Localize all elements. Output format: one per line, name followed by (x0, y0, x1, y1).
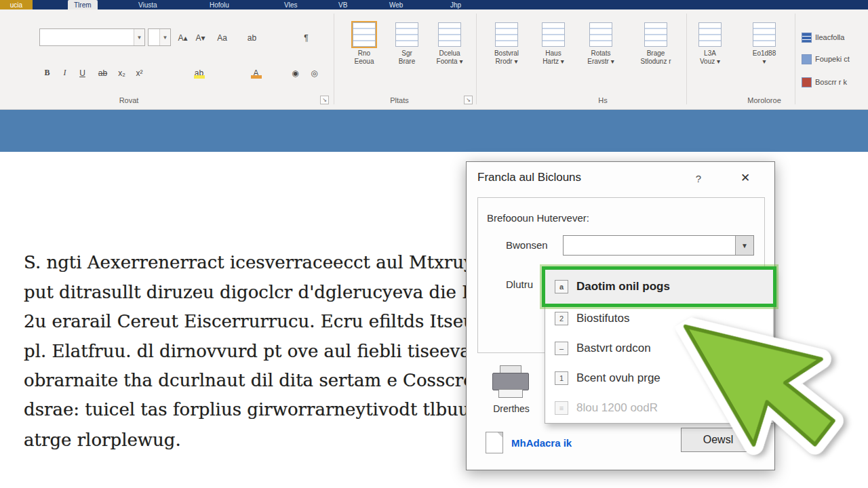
text-effects-button[interactable]: ◉ (288, 65, 303, 81)
document-text-line: atrge rlorplewug. (24, 430, 181, 450)
shapes-icon (802, 77, 812, 87)
second-field-label: Dlutru (506, 279, 533, 290)
font-name-combo[interactable]: ▼ (39, 28, 145, 46)
chevron-down-icon[interactable]: ▼ (735, 236, 753, 255)
ribbon-big-button-9[interactable]: Eo1d88 ▾ (743, 22, 785, 84)
close-icon[interactable]: ✕ (735, 169, 755, 186)
gallery-icon (495, 22, 518, 47)
chevron-down-icon[interactable]: ▼ (134, 29, 144, 45)
group-separator (686, 14, 687, 104)
big-button-label: Eeoua (355, 58, 374, 66)
big-button-label: L3A (704, 49, 716, 58)
big-button-label: Vouz ▾ (700, 58, 720, 66)
document-text-line: obrarnaite tha dcurlnaut dil dita sertam… (24, 370, 468, 390)
big-button-label: ▾ (762, 58, 766, 66)
strikethrough-button[interactable]: ab (95, 65, 111, 81)
ribbon-right-button-1[interactable]: Ileacfolla (802, 30, 844, 45)
dialog-section-text: Brefoooun Hutervever: (487, 212, 589, 224)
dropdown-item-label: Bcent ovuh prge (576, 371, 660, 385)
list-item-icon: ≡ (555, 401, 568, 415)
ribbon-big-button-8[interactable]: L3A Vouz ▾ (689, 22, 731, 84)
right-button-label: Foupeki ct (815, 55, 850, 63)
list-item-icon: – (555, 342, 568, 355)
change-case-button[interactable]: Aa (214, 30, 230, 45)
big-button-label: Haus (545, 49, 561, 58)
superscript-button[interactable]: x² (132, 65, 147, 81)
gallery-icon (542, 22, 565, 47)
dropdown-item[interactable]: 2 Biostifutos (545, 304, 773, 333)
font-group-label: Rovat (88, 96, 170, 104)
gallery-icon (698, 22, 722, 47)
gallery-icon (395, 22, 418, 47)
ribbon-big-button-5[interactable]: Haus Hartz ▾ (532, 22, 574, 84)
big-button-label: Rno (358, 49, 370, 58)
big-button-label: Stlodunz r (640, 58, 671, 66)
title-bar: ucia Tlrem Viusta Hofolu Vles VB Web Jhp (0, 0, 868, 9)
dropdown-item-label: Daotim onil pogs (576, 280, 670, 293)
font-dialog-launcher-icon[interactable]: ↘ (320, 96, 329, 104)
character-shading-button[interactable]: ◎ (307, 65, 322, 81)
group-separator (334, 14, 334, 104)
paragraph-dialog-launcher-icon[interactable]: ↘ (464, 96, 473, 104)
help-icon[interactable]: ? (690, 170, 707, 186)
big-button-label: Sgr (401, 49, 412, 58)
tab-home[interactable]: Tlrem (68, 0, 98, 9)
document-text-line: 2u erarail Cereut Eiscerrurrucu. Ecru ef… (24, 311, 468, 331)
ribbon-big-button-4[interactable]: Bostvral Rrodr ▾ (486, 22, 528, 84)
paragraph-group-label: Pltats (359, 96, 440, 104)
document-text-line: put ditrasullt diruzeu digoclcr d'dgleru… (24, 282, 468, 302)
italic-button[interactable]: I (57, 65, 73, 81)
shrink-font-button[interactable]: A▾ (193, 30, 208, 45)
underline-button[interactable]: U (75, 65, 90, 81)
picture-icon (802, 54, 812, 64)
dropdown-item-label: Biostifutos (576, 312, 629, 325)
list-item-icon: a (555, 280, 568, 293)
search-field-label: Bwonsen (506, 239, 548, 251)
bold-button[interactable]: B (39, 65, 55, 81)
ribbon-big-button-6[interactable]: Rotats Eravstr ▾ (580, 22, 622, 84)
dropdown-item[interactable]: – Bastvrt ordcon (545, 333, 773, 363)
highlight-color-button[interactable]: ab (191, 65, 207, 81)
clear-format-button[interactable]: ab (244, 30, 260, 45)
big-button-label: Brare (399, 58, 415, 66)
tab-mailings[interactable]: VB (332, 0, 353, 9)
search-combobox[interactable]: ▼ (563, 235, 754, 256)
chevron-down-icon[interactable]: ▼ (159, 29, 170, 45)
ribbon-big-button-1[interactable]: Rno Eeoua (343, 22, 385, 84)
ribbon-big-button-7[interactable]: Brage Stlodunz r (635, 22, 677, 84)
group-separator (476, 14, 477, 104)
grow-font-button[interactable]: A▴ (175, 30, 191, 45)
window-chrome-band (0, 110, 868, 152)
search-combobox-value (564, 236, 735, 255)
printer-tray (498, 389, 523, 398)
dropdown-item-label: 8lou 1200 oodR (576, 401, 658, 415)
tab-view[interactable]: Web (383, 0, 409, 9)
tab-references[interactable]: Vles (278, 0, 303, 9)
right-button-label: Ileacfolla (815, 33, 844, 41)
ribbon: ▼ ▼ A▴ A▾ Aa ab ¶ B I U ab x₂ x² ab A ◉ … (0, 9, 868, 110)
big-button-label: Dcelua (439, 49, 460, 58)
font-size-combo[interactable]: ▼ (148, 28, 171, 46)
pilcrow-button[interactable]: ¶ (298, 30, 314, 45)
cancel-button[interactable]: Oewsl (681, 428, 755, 452)
dialog-link[interactable]: MhAdacra ik (511, 437, 572, 449)
dropdown-item-highlighted[interactable]: a Daotim onil pogs (545, 270, 773, 304)
ribbon-big-button-2[interactable]: Sgr Brare (386, 22, 428, 84)
dropdown-item[interactable]: 1 Bcent ovuh prge (545, 363, 773, 393)
subscript-button[interactable]: x₂ (114, 65, 130, 81)
tab-help[interactable]: Jhp (444, 0, 467, 9)
tab-file[interactable]: ucia (0, 0, 33, 9)
tab-insert[interactable]: Viusta (132, 0, 163, 9)
ribbon-big-button-3[interactable]: Dcelua Foonta ▾ (429, 22, 471, 84)
find-replace-dialog: Francla aul Biclouns ? ✕ Brefoooun Huter… (466, 161, 775, 470)
printer-icon[interactable] (492, 365, 529, 399)
font-color-button[interactable]: A (248, 65, 264, 81)
ribbon-right-button-2[interactable]: Foupeki ct (802, 52, 850, 66)
gallery-icon (438, 22, 461, 47)
tab-layout[interactable]: Hofolu (203, 0, 235, 9)
gallery-icon (353, 22, 376, 47)
ribbon-right-button-3[interactable]: Boscrr r k (802, 75, 847, 89)
printer-body (492, 373, 529, 390)
dropdown-item-disabled[interactable]: ≡ 8lou 1200 oodR (545, 393, 773, 423)
document-page-icon (486, 432, 503, 453)
